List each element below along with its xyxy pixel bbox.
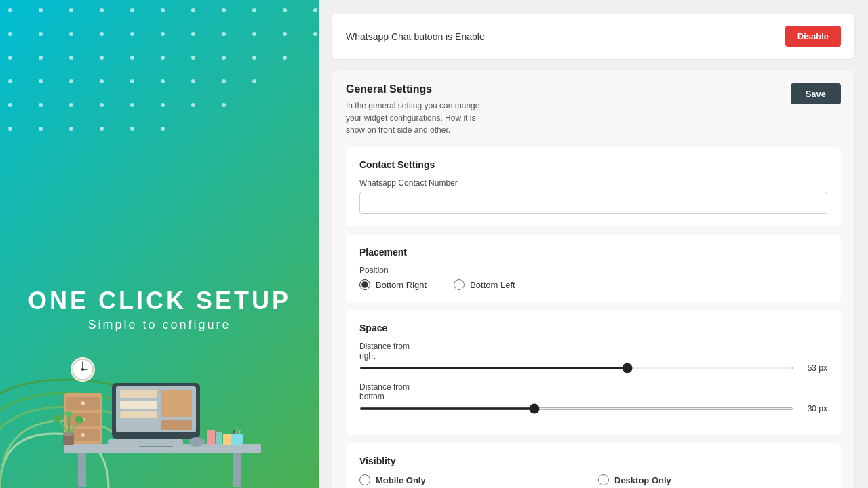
position-bottom-right-radio[interactable]: [359, 279, 370, 290]
svg-rect-82: [216, 432, 222, 445]
svg-point-49: [8, 127, 12, 131]
settings-header-left: General Settings In the general setting …: [346, 83, 481, 136]
svg-point-26: [130, 56, 134, 60]
status-message: Whatsapp Chat butoon is Enable: [346, 31, 485, 42]
svg-rect-84: [231, 434, 243, 445]
svg-point-10: [313, 8, 317, 12]
svg-point-90: [52, 413, 64, 423]
svg-point-22: [8, 56, 12, 60]
svg-point-20: [283, 32, 287, 36]
svg-rect-67: [108, 439, 183, 446]
svg-point-4: [130, 8, 134, 12]
svg-point-39: [222, 79, 226, 83]
svg-point-0: [8, 8, 12, 12]
svg-point-15: [130, 32, 134, 36]
position-bottom-right-label: Bottom Right: [376, 280, 427, 290]
svg-rect-63: [120, 401, 157, 409]
svg-point-2: [69, 8, 73, 12]
svg-point-73: [81, 401, 85, 405]
svg-point-41: [8, 103, 12, 107]
visibility-title: Visiblity: [359, 455, 827, 466]
svg-point-38: [191, 79, 195, 83]
distance-right-row: Distance fromright 53 px: [359, 342, 827, 373]
svg-rect-56: [78, 453, 86, 487]
distance-right-value: 53 px: [800, 363, 827, 373]
svg-point-40: [252, 79, 256, 83]
svg-point-9: [283, 8, 287, 12]
svg-point-7: [222, 8, 226, 12]
settings-title: General Settings: [346, 83, 481, 96]
svg-rect-62: [120, 390, 157, 398]
svg-point-53: [130, 127, 134, 131]
svg-point-5: [161, 8, 165, 12]
svg-point-8: [252, 8, 256, 12]
headline: ONE CLICK SETUP: [28, 287, 291, 315]
svg-point-75: [81, 433, 85, 437]
contact-field-label: Whatsapp Contact Number: [359, 178, 827, 188]
svg-point-13: [69, 32, 73, 36]
visibility-mobile-header: Mobile Only: [359, 474, 589, 485]
svg-point-35: [100, 79, 104, 83]
svg-point-32: [8, 79, 12, 83]
svg-point-19: [252, 32, 256, 36]
svg-point-42: [39, 103, 43, 107]
position-bottom-right[interactable]: Bottom Right: [359, 279, 427, 290]
status-bar: Whatsapp Chat butoon is Enable Disable: [332, 14, 854, 59]
position-bottom-left-radio[interactable]: [454, 279, 465, 290]
subheadline: Simple to configure: [28, 318, 291, 332]
position-bottom-left-label: Bottom Left: [470, 280, 515, 290]
placement-section: Placement Position Bottom Right Bottom L…: [346, 235, 841, 302]
visibility-desktop-only: Desktop Only Show chat butoon on desktop…: [598, 474, 827, 488]
distance-bottom-row: Distance frombottom 30 px: [359, 382, 827, 413]
svg-point-12: [39, 32, 43, 36]
svg-point-16: [161, 32, 165, 36]
whatsapp-contact-input[interactable]: [359, 192, 827, 214]
svg-point-11: [8, 32, 12, 36]
position-bottom-left[interactable]: Bottom Left: [454, 279, 515, 290]
placement-title: Placement: [359, 247, 827, 258]
distance-bottom-control: 30 px: [359, 404, 827, 413]
svg-point-43: [69, 103, 73, 107]
svg-point-3: [100, 8, 104, 12]
svg-point-37: [161, 79, 165, 83]
svg-point-34: [69, 79, 73, 83]
settings-header: General Settings In the general setting …: [346, 83, 841, 136]
visibility-grid: Mobile Only Show chat butoon on mobile d…: [359, 474, 827, 488]
desk-illustration: [44, 339, 275, 488]
svg-point-80: [81, 368, 84, 371]
left-panel: ONE CLICK SETUP Simple to configure: [0, 0, 319, 488]
visibility-desktop-header: Desktop Only: [598, 474, 827, 485]
save-button[interactable]: Save: [791, 83, 841, 104]
settings-description: In the general setting you can mange you…: [346, 100, 481, 136]
svg-point-21: [313, 32, 317, 36]
svg-point-91: [64, 411, 73, 417]
left-headline-group: ONE CLICK SETUP Simple to configure: [28, 287, 291, 332]
visibility-mobile-radio[interactable]: [359, 474, 370, 485]
settings-card: General Settings In the general setting …: [332, 70, 854, 488]
svg-point-47: [191, 103, 195, 107]
disable-button[interactable]: Disable: [785, 26, 841, 47]
svg-point-17: [191, 32, 195, 36]
svg-line-86: [237, 428, 237, 434]
distance-right-label: Distance fromright: [359, 342, 827, 361]
visibility-desktop-radio[interactable]: [598, 474, 609, 485]
svg-point-36: [130, 79, 134, 83]
position-radio-group: Bottom Right Bottom Left: [359, 279, 827, 290]
svg-point-27: [161, 56, 165, 60]
svg-rect-83: [223, 434, 231, 445]
svg-line-87: [239, 430, 240, 434]
svg-point-54: [161, 127, 165, 131]
distance-bottom-slider[interactable]: [359, 407, 793, 410]
svg-point-14: [100, 32, 104, 36]
svg-point-44: [100, 103, 104, 107]
distance-bottom-value: 30 px: [800, 404, 827, 413]
svg-rect-65: [161, 390, 192, 417]
svg-point-24: [69, 56, 73, 60]
space-title: Space: [359, 323, 827, 333]
distance-bottom-label: Distance frombottom: [359, 382, 827, 401]
svg-point-30: [252, 56, 256, 60]
distance-right-slider[interactable]: [359, 367, 793, 369]
space-section: Space Distance fromright 53 px Distance …: [346, 310, 841, 435]
svg-point-31: [283, 56, 287, 60]
svg-rect-64: [120, 411, 157, 418]
